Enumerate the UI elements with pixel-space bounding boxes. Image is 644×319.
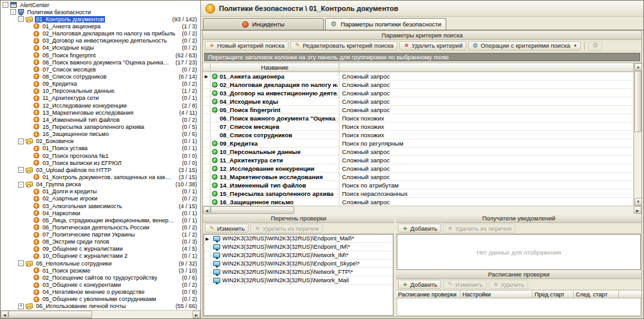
tree-item[interactable]: 04_Негативное мнение о руководстве (0 / … [1, 289, 200, 296]
tree-item[interactable]: 12_Исследование конкуренции (2 / 8) [1, 102, 200, 109]
criteria-name-cell[interactable]: 16_Защищенное письмо [211, 198, 339, 206]
criteria-operations-dropdown[interactable]: Операции с критериями поиска [468, 41, 581, 50]
recipients-add-button[interactable]: Добавить [398, 224, 441, 233]
scrollbar-track[interactable] [211, 206, 634, 214]
tree-item[interactable]: 01_Контроль документов, запощенных на ка… [1, 173, 200, 180]
device-row[interactable]: WIN2K3(32RUS)\WIN2K3(32RUS)\Network_IM\* [204, 251, 393, 260]
criteria-settings-button[interactable] [588, 41, 602, 50]
scroll-up-button[interactable]: ▲ [634, 63, 642, 71]
criteria-row[interactable]: 14_Измененный тип файлов Поиск по атрибу… [203, 181, 634, 189]
scrollbar-track[interactable] [8, 311, 193, 318]
tree-expander[interactable]: - [18, 139, 24, 144]
tab-incidents[interactable]: Инциденты [203, 18, 324, 30]
tree-item[interactable]: 01_Поиск резюме (3 / 10) [1, 267, 200, 274]
tree-expander[interactable]: - [18, 260, 24, 266]
tree-expander[interactable]: - [18, 16, 24, 22]
criteria-name-cell[interactable]: 15_Пересылка запароленного архива [211, 189, 339, 197]
criteria-name-cell[interactable]: 04_Исходные коды [211, 97, 339, 105]
criteria-type[interactable]: Сложный запрос [339, 156, 634, 164]
tree-item[interactable]: 01_Поиск устава (0 / 1) [1, 145, 200, 152]
schedule-column-header[interactable]: Пред.старт [533, 291, 574, 298]
scrollbar-thumb[interactable] [8, 311, 92, 318]
tree-item[interactable]: - 03_Upload файлов по HTTP (3 / 15) [1, 166, 200, 173]
criteria-name-cell[interactable]: 10_Персональные данные [211, 148, 339, 155]
column-header-name[interactable]: Название [211, 63, 339, 72]
criteria-type[interactable]: Сложный запрос [339, 148, 634, 155]
tree-item[interactable]: 14_Измененный тип файлов (0 / 2) [1, 116, 200, 123]
criteria-row[interactable]: 15_Пересылка запароленного архива Поиск … [203, 189, 634, 198]
tree-item[interactable]: 02_Поиск протокола №1 (0 / 0) [1, 152, 200, 159]
criteria-row[interactable]: 02_Налоговая декларация по налогу на при… [203, 81, 634, 89]
tree-item[interactable]: 07_Список месяцев (0 / 2) [1, 66, 200, 73]
criteria-row[interactable]: 13_Маркетинговые исследования Сложный за… [203, 173, 634, 181]
tree-item[interactable]: 01_Анкета акционера (1 / 3) [1, 23, 200, 30]
device-row[interactable]: WIN2K3(32RUS)\WIN2K3(32RUS)\Network_FTP\… [204, 268, 393, 276]
device-row[interactable]: WIN2K3(32RUS)\WIN2K3(32RUS)\Endpoint_Sky… [204, 260, 393, 268]
scrollbar-thumb[interactable] [634, 71, 641, 132]
tree-item[interactable]: 03_Договор на инвестиционную деятельност… [1, 37, 200, 44]
schedule-delete-button[interactable]: Удалить [489, 280, 528, 289]
scrollbar-thumb[interactable] [211, 206, 294, 214]
tree-item[interactable]: 02_Налоговая декларация по налогу на при… [1, 30, 200, 37]
criteria-name-cell[interactable]: 07_Список месяцев [211, 122, 339, 130]
criteria-row[interactable]: 11_Архитектура сети Сложный запрос [203, 156, 634, 164]
delete-criterion-button[interactable]: Удалить критерий [399, 41, 466, 50]
tree-item[interactable]: 06_Поиск важного документа "Оценка рынка… [1, 59, 200, 66]
tree-expander[interactable]: - [3, 2, 8, 8]
tree-item[interactable]: 09_Кредитка (0 / 2) [1, 81, 200, 88]
tree-item[interactable]: 16_Защищенное письмо (0 / 6) [1, 131, 200, 138]
criteria-type[interactable]: Сложный запрос [339, 81, 634, 88]
new-criterion-button[interactable]: Новый критерий поиска [205, 41, 289, 50]
schedule-column-header[interactable]: Расписание проверки [396, 291, 460, 298]
tree-expander[interactable]: - [18, 182, 24, 188]
criteria-name-cell[interactable]: 01_Анкета акционера [211, 72, 339, 80]
tree-item[interactable]: 05_Поиск fingerprint (62 / 63) [1, 52, 200, 59]
scroll-right-button[interactable]: ▶ [634, 206, 641, 214]
criteria-type[interactable]: Поиск похожих [339, 131, 634, 139]
criteria-type[interactable]: Поиск похожих [339, 114, 634, 122]
tree-item[interactable]: 03_Алкогольная зависимость (4 / 15) [1, 202, 200, 209]
scroll-left-button[interactable]: ◀ [1, 311, 8, 318]
criteria-type[interactable]: Сложный запрос [339, 97, 634, 105]
criteria-row[interactable]: 12_Исследование конкуренции Сложный запр… [203, 164, 634, 173]
device-row[interactable]: WIN2K3(32RUS)\WIN2K3(32RUS)\Endpoint_IM\… [204, 243, 393, 251]
criteria-row[interactable]: 08_Список сотрудников Поиск похожих [203, 131, 634, 139]
tree-item[interactable]: 08_Список сотрудников (6 / 14) [1, 73, 200, 80]
criteria-name-cell[interactable]: 12_Исследование конкуренции [211, 164, 339, 172]
criteria-type[interactable]: Сложный запрос [339, 106, 634, 113]
device-row[interactable]: WIN2K3(32RUS)\WIN2K3(32RUS)\Endpoint_Mai… [204, 235, 393, 243]
tree-item[interactable]: 05_Общение с уволенными сотрудниками (0 … [1, 296, 200, 303]
criteria-name-cell[interactable]: 03_Договор на инвестиционную деятельност… [211, 89, 339, 97]
criteria-row[interactable]: 06_Поиск важного документа "Оценка рынка… [203, 114, 634, 122]
criteria-name-cell[interactable]: 09_Кредитка [211, 139, 339, 147]
criteria-row[interactable]: 16_Защищенное письмо Сложный запрос [203, 198, 634, 206]
tree-expander[interactable]: + [18, 304, 24, 309]
tree-item[interactable]: 10_Общение с журналистами 2 (0 / 1) [1, 253, 200, 260]
criteria-name-cell[interactable]: 05_Поиск fingerprint [211, 106, 339, 113]
criteria-name-cell[interactable]: 08_Список сотрудников [211, 131, 339, 139]
tree-item[interactable]: - 05_Нелояльные сотрудники (9 / 32) [1, 260, 200, 267]
tree-item[interactable]: 03_Общение с конкурентами (0 / 2) [1, 281, 200, 288]
criteria-row[interactable]: 03_Договор на инвестиционную деятельност… [203, 89, 634, 97]
tree-item[interactable]: 04_Наркотики (0 / 1) [1, 209, 200, 217]
check-list-edit-button[interactable]: Изменить [205, 224, 249, 233]
criteria-row[interactable]: 09_Кредитка Поиск по регулярным [203, 139, 634, 148]
tree-item[interactable]: - AlertCenter [1, 1, 200, 8]
tree-item[interactable]: 08_Экстрим среди топов (0 / 3) [1, 238, 200, 246]
criteria-type[interactable]: Сложный запрос [339, 72, 634, 80]
tree-item[interactable]: 15_Пересылка запароленного архива (0 / 5… [1, 123, 200, 130]
criteria-name-cell[interactable]: 14_Измененный тип файлов [211, 181, 339, 189]
tree-item[interactable]: 09_Общение с журналистами (4 / 5) [1, 246, 200, 253]
scroll-left-button[interactable]: ◀ [203, 206, 211, 214]
schedule-column-header[interactable]: Настройки [460, 291, 533, 298]
scroll-right-button[interactable]: ▶ [193, 311, 200, 318]
column-header-type[interactable] [339, 63, 634, 72]
criteria-row[interactable]: 05_Поиск fingerprint Сложный запрос [203, 106, 634, 114]
edit-criterion-button[interactable]: Редактировать критерий поиска [290, 41, 397, 50]
tree-expander[interactable]: - [10, 9, 16, 15]
tree-item[interactable]: + 06_Использование личной почты (55 / 66… [1, 303, 200, 310]
tree-item[interactable]: - 01_Контроль документов (93 / 142) [1, 15, 200, 23]
tree-expander[interactable]: - [18, 167, 24, 173]
criteria-type[interactable]: Поиск похожих [339, 122, 634, 130]
schedule-add-button[interactable]: Добавить [398, 280, 441, 289]
